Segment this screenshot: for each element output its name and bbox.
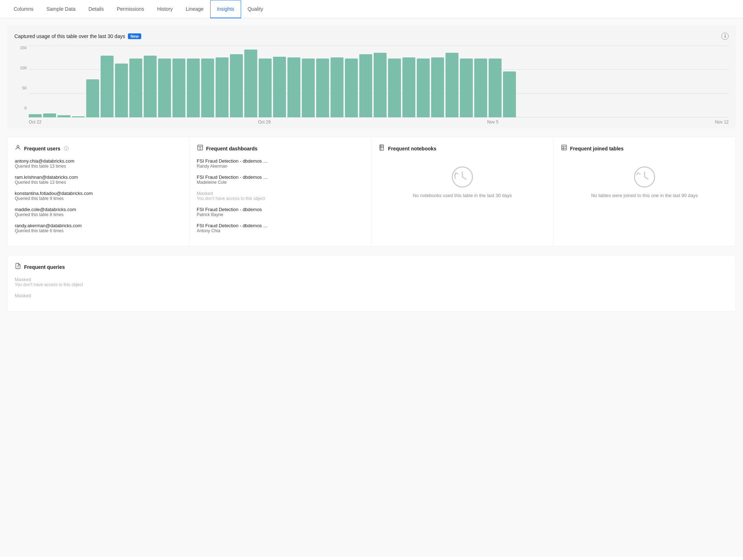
- bar-21: [331, 57, 343, 117]
- bar-20: [316, 59, 329, 117]
- users-list: antony.chia@databricks.com Queried this …: [15, 158, 182, 233]
- chart-section: Captured usage of this table over the la…: [7, 25, 736, 128]
- user-count-2: Queried this table 9 times: [15, 196, 182, 201]
- dashboard-entry-4: FSI Fraud Detection - dbdemos - an... An…: [197, 223, 364, 233]
- dashboard-name-1[interactable]: FSI Fraud Detection - dbdemos - m...: [197, 174, 269, 180]
- bar-28: [431, 57, 444, 117]
- bar-19: [302, 59, 315, 117]
- dashboard-masked-2: Masked: [197, 191, 364, 196]
- bar-15: [244, 50, 257, 117]
- query-sub-0: You don't have access to this object: [15, 282, 728, 287]
- tab-details[interactable]: Details: [82, 0, 110, 18]
- query-label-0: Masked: [15, 277, 728, 282]
- chart-title: Captured usage of this table over the la…: [14, 33, 125, 39]
- dashboard-entry-3: FSI Fraud Detection - dbdemos Patrick Ba…: [197, 207, 364, 217]
- query-entry-0: Masked You don't have access to this obj…: [15, 277, 728, 287]
- user-email-4: randy.akerman@databricks.com: [15, 223, 182, 228]
- bar-6: [115, 64, 128, 117]
- x-label-nov5: Nov 5: [487, 120, 498, 125]
- dashboard-name-4[interactable]: FSI Fraud Detection - dbdemos - an...: [197, 223, 269, 228]
- user-email-1: ram.krishnan@databricks.com: [15, 174, 182, 180]
- bar-8: [144, 56, 157, 117]
- tab-insights[interactable]: Insights: [210, 0, 241, 18]
- main-content: Captured usage of this table over the la…: [0, 18, 743, 557]
- frequent-notebooks-title: Frequent notebooks: [388, 146, 437, 151]
- bar-32: [489, 59, 502, 117]
- bar-18: [287, 57, 300, 117]
- y-label-50: 50: [14, 86, 29, 90]
- dashboards-list: FSI Fraud Detection - dbdemos - ra... Ra…: [197, 158, 364, 233]
- bar-33: [503, 71, 516, 117]
- user-email-0: antony.chia@databricks.com: [15, 158, 182, 164]
- user-entry-1: ram.krishnan@databricks.com Queried this…: [15, 174, 182, 185]
- frequent-queries-section: Frequent queries Masked You don't have a…: [7, 255, 736, 312]
- y-label-150: 150: [14, 46, 29, 50]
- bar-12: [201, 59, 214, 117]
- frequent-users-title: Frequent users: [24, 146, 60, 151]
- joined-tables-empty-text: No tables were joined to this one in the…: [591, 193, 698, 198]
- user-count-3: Queried this table 8 times: [15, 212, 182, 217]
- bar-23: [359, 54, 372, 117]
- bar-26: [402, 57, 415, 117]
- frequent-users-section: Frequent users ⓘ antony.chia@databricks.…: [8, 137, 190, 246]
- chart-info-icon[interactable]: ℹ: [721, 33, 729, 40]
- tab-lineage[interactable]: Lineage: [179, 0, 210, 18]
- tab-sample-data[interactable]: Sample Data: [40, 0, 82, 18]
- bar-27: [417, 59, 430, 117]
- x-axis: Oct 22 Oct 29 Nov 5 Nov 12: [14, 117, 729, 125]
- query-label-1: Masked: [15, 293, 728, 298]
- y-axis: 0 50 100 150: [14, 46, 29, 110]
- users-info-icon[interactable]: ⓘ: [64, 145, 69, 152]
- queries-list: Masked You don't have access to this obj…: [15, 277, 728, 298]
- bar-7: [129, 59, 142, 117]
- dashboard-user-0: Randy Akerman: [197, 164, 364, 169]
- bar-chart: 0 50 100 150 Oct 22 Oct 29: [14, 46, 729, 125]
- bar-22: [345, 59, 358, 117]
- bar-4: [86, 79, 99, 117]
- bar-9: [158, 59, 171, 117]
- user-entry-0: antony.chia@databricks.com Queried this …: [15, 158, 182, 169]
- notebook-icon: [379, 144, 385, 153]
- bar-25: [388, 59, 401, 117]
- frequent-joined-tables-title: Frequent joined tables: [570, 146, 624, 151]
- notebooks-empty-text: No notebooks used this table in the last…: [413, 193, 512, 198]
- x-label-oct22: Oct 22: [29, 120, 41, 125]
- bar-31: [474, 59, 487, 117]
- tab-history[interactable]: History: [151, 0, 179, 18]
- user-count-4: Queried this table 6 times: [15, 228, 182, 233]
- tab-columns[interactable]: Columns: [7, 0, 40, 18]
- dashboard-user-4: Antony Chia: [197, 228, 364, 233]
- bar-5: [101, 56, 114, 117]
- sections-row: Frequent users ⓘ antony.chia@databricks.…: [7, 137, 736, 247]
- x-label-nov12: Nov 12: [715, 120, 729, 125]
- y-label-0: 0: [14, 106, 29, 110]
- frequent-joined-tables-section: Frequent joined tables No tables were jo…: [554, 137, 736, 246]
- query-entry-1: Masked: [15, 293, 728, 298]
- dashboard-entry-1: FSI Fraud Detection - dbdemos - m... Mad…: [197, 174, 364, 185]
- dashboard-name-3[interactable]: FSI Fraud Detection - dbdemos: [197, 207, 269, 212]
- queries-icon: [15, 263, 21, 271]
- tab-quality[interactable]: Quality: [241, 0, 270, 18]
- user-entry-2: konstantina.fotiadou@databricks.com Quer…: [15, 191, 182, 201]
- user-entry-4: randy.akerman@databricks.com Queried thi…: [15, 223, 182, 233]
- user-email-3: maddie.cole@databricks.com: [15, 207, 182, 212]
- bars-wrapper: [29, 46, 729, 117]
- user-count-1: Queried this table 13 times: [15, 180, 182, 185]
- bar-24: [374, 53, 387, 117]
- dashboard-entry-0: FSI Fraud Detection - dbdemos - ra... Ra…: [197, 158, 364, 169]
- dashboard-masked-sub-2: You don't have access to this object: [197, 196, 364, 201]
- tab-permissions[interactable]: Permissions: [110, 0, 151, 18]
- svg-point-0: [17, 145, 19, 148]
- bar-14: [230, 54, 243, 117]
- x-label-oct29: Oct 29: [258, 120, 271, 125]
- dashboard-user-1: Madeleine Cole: [197, 180, 364, 185]
- joined-tables-history-icon: [633, 165, 656, 188]
- bar-17: [273, 57, 286, 117]
- user-entry-3: maddie.cole@databricks.com Queried this …: [15, 207, 182, 217]
- y-label-100: 100: [14, 66, 29, 70]
- frequent-dashboards-title: Frequent dashboards: [206, 146, 258, 151]
- new-badge: New: [128, 33, 141, 39]
- notebooks-empty-state: No notebooks used this table in the last…: [379, 158, 546, 205]
- dashboard-name-0[interactable]: FSI Fraud Detection - dbdemos - ra...: [197, 158, 269, 164]
- frequent-notebooks-section: Frequent notebooks No notebooks used thi…: [372, 137, 554, 246]
